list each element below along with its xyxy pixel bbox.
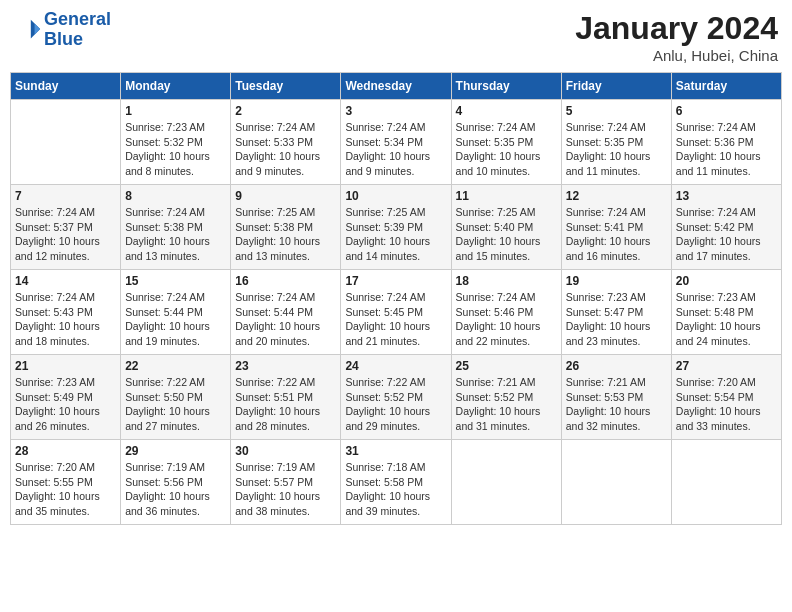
day-number: 21 bbox=[15, 359, 116, 373]
day-number: 30 bbox=[235, 444, 336, 458]
header-row: Sunday Monday Tuesday Wednesday Thursday… bbox=[11, 73, 782, 100]
day-daylight: Daylight: 10 hours and 24 minutes. bbox=[676, 319, 777, 348]
day-number: 9 bbox=[235, 189, 336, 203]
day-daylight: Daylight: 10 hours and 14 minutes. bbox=[345, 234, 446, 263]
calendar-day bbox=[671, 440, 781, 525]
calendar-day: 27 Sunrise: 7:20 AM Sunset: 5:54 PM Dayl… bbox=[671, 355, 781, 440]
day-daylight: Daylight: 10 hours and 12 minutes. bbox=[15, 234, 116, 263]
logo-icon bbox=[14, 16, 42, 44]
day-sunrise: Sunrise: 7:24 AM bbox=[456, 290, 557, 305]
day-number: 10 bbox=[345, 189, 446, 203]
day-daylight: Daylight: 10 hours and 26 minutes. bbox=[15, 404, 116, 433]
day-sunset: Sunset: 5:38 PM bbox=[235, 220, 336, 235]
day-daylight: Daylight: 10 hours and 18 minutes. bbox=[15, 319, 116, 348]
day-number: 11 bbox=[456, 189, 557, 203]
day-daylight: Daylight: 10 hours and 9 minutes. bbox=[235, 149, 336, 178]
day-number: 3 bbox=[345, 104, 446, 118]
day-sunrise: Sunrise: 7:24 AM bbox=[676, 205, 777, 220]
day-number: 15 bbox=[125, 274, 226, 288]
day-daylight: Daylight: 10 hours and 11 minutes. bbox=[566, 149, 667, 178]
day-sunrise: Sunrise: 7:24 AM bbox=[566, 120, 667, 135]
day-daylight: Daylight: 10 hours and 13 minutes. bbox=[235, 234, 336, 263]
day-sunset: Sunset: 5:38 PM bbox=[125, 220, 226, 235]
day-number: 14 bbox=[15, 274, 116, 288]
day-sunrise: Sunrise: 7:24 AM bbox=[676, 120, 777, 135]
calendar-day: 26 Sunrise: 7:21 AM Sunset: 5:53 PM Dayl… bbox=[561, 355, 671, 440]
day-sunrise: Sunrise: 7:24 AM bbox=[15, 290, 116, 305]
day-sunrise: Sunrise: 7:25 AM bbox=[456, 205, 557, 220]
calendar-day: 9 Sunrise: 7:25 AM Sunset: 5:38 PM Dayli… bbox=[231, 185, 341, 270]
col-thursday: Thursday bbox=[451, 73, 561, 100]
calendar-day: 25 Sunrise: 7:21 AM Sunset: 5:52 PM Dayl… bbox=[451, 355, 561, 440]
day-number: 6 bbox=[676, 104, 777, 118]
day-number: 12 bbox=[566, 189, 667, 203]
day-number: 31 bbox=[345, 444, 446, 458]
calendar-day: 20 Sunrise: 7:23 AM Sunset: 5:48 PM Dayl… bbox=[671, 270, 781, 355]
calendar-day: 28 Sunrise: 7:20 AM Sunset: 5:55 PM Dayl… bbox=[11, 440, 121, 525]
calendar-week-4: 21 Sunrise: 7:23 AM Sunset: 5:49 PM Dayl… bbox=[11, 355, 782, 440]
day-number: 22 bbox=[125, 359, 226, 373]
day-sunrise: Sunrise: 7:24 AM bbox=[125, 290, 226, 305]
day-sunrise: Sunrise: 7:22 AM bbox=[125, 375, 226, 390]
logo-blue: Blue bbox=[44, 29, 83, 49]
location: Anlu, Hubei, China bbox=[575, 47, 778, 64]
calendar-day: 1 Sunrise: 7:23 AM Sunset: 5:32 PM Dayli… bbox=[121, 100, 231, 185]
day-daylight: Daylight: 10 hours and 29 minutes. bbox=[345, 404, 446, 433]
calendar-day: 21 Sunrise: 7:23 AM Sunset: 5:49 PM Dayl… bbox=[11, 355, 121, 440]
col-sunday: Sunday bbox=[11, 73, 121, 100]
calendar-day: 13 Sunrise: 7:24 AM Sunset: 5:42 PM Dayl… bbox=[671, 185, 781, 270]
day-sunset: Sunset: 5:48 PM bbox=[676, 305, 777, 320]
page-header: General Blue January 2024 Anlu, Hubei, C… bbox=[10, 10, 782, 64]
day-sunrise: Sunrise: 7:23 AM bbox=[15, 375, 116, 390]
day-number: 29 bbox=[125, 444, 226, 458]
calendar-day bbox=[11, 100, 121, 185]
col-friday: Friday bbox=[561, 73, 671, 100]
day-sunset: Sunset: 5:40 PM bbox=[456, 220, 557, 235]
day-sunset: Sunset: 5:33 PM bbox=[235, 135, 336, 150]
day-sunrise: Sunrise: 7:21 AM bbox=[456, 375, 557, 390]
day-sunset: Sunset: 5:43 PM bbox=[15, 305, 116, 320]
day-number: 20 bbox=[676, 274, 777, 288]
col-wednesday: Wednesday bbox=[341, 73, 451, 100]
svg-marker-1 bbox=[35, 23, 41, 34]
day-number: 26 bbox=[566, 359, 667, 373]
calendar-week-3: 14 Sunrise: 7:24 AM Sunset: 5:43 PM Dayl… bbox=[11, 270, 782, 355]
day-sunrise: Sunrise: 7:24 AM bbox=[235, 120, 336, 135]
day-number: 17 bbox=[345, 274, 446, 288]
day-sunset: Sunset: 5:35 PM bbox=[566, 135, 667, 150]
calendar-day: 23 Sunrise: 7:22 AM Sunset: 5:51 PM Dayl… bbox=[231, 355, 341, 440]
day-sunset: Sunset: 5:58 PM bbox=[345, 475, 446, 490]
day-number: 4 bbox=[456, 104, 557, 118]
day-sunset: Sunset: 5:41 PM bbox=[566, 220, 667, 235]
day-sunset: Sunset: 5:34 PM bbox=[345, 135, 446, 150]
day-daylight: Daylight: 10 hours and 8 minutes. bbox=[125, 149, 226, 178]
day-daylight: Daylight: 10 hours and 32 minutes. bbox=[566, 404, 667, 433]
day-number: 13 bbox=[676, 189, 777, 203]
day-sunset: Sunset: 5:42 PM bbox=[676, 220, 777, 235]
calendar-week-5: 28 Sunrise: 7:20 AM Sunset: 5:55 PM Dayl… bbox=[11, 440, 782, 525]
day-number: 8 bbox=[125, 189, 226, 203]
day-number: 27 bbox=[676, 359, 777, 373]
day-daylight: Daylight: 10 hours and 11 minutes. bbox=[676, 149, 777, 178]
day-sunrise: Sunrise: 7:24 AM bbox=[566, 205, 667, 220]
day-sunset: Sunset: 5:36 PM bbox=[676, 135, 777, 150]
calendar-day: 15 Sunrise: 7:24 AM Sunset: 5:44 PM Dayl… bbox=[121, 270, 231, 355]
calendar-day: 5 Sunrise: 7:24 AM Sunset: 5:35 PM Dayli… bbox=[561, 100, 671, 185]
day-sunrise: Sunrise: 7:24 AM bbox=[15, 205, 116, 220]
day-number: 2 bbox=[235, 104, 336, 118]
calendar-day: 14 Sunrise: 7:24 AM Sunset: 5:43 PM Dayl… bbox=[11, 270, 121, 355]
day-sunrise: Sunrise: 7:23 AM bbox=[125, 120, 226, 135]
calendar-day: 18 Sunrise: 7:24 AM Sunset: 5:46 PM Dayl… bbox=[451, 270, 561, 355]
day-sunrise: Sunrise: 7:24 AM bbox=[456, 120, 557, 135]
calendar-day: 6 Sunrise: 7:24 AM Sunset: 5:36 PM Dayli… bbox=[671, 100, 781, 185]
col-monday: Monday bbox=[121, 73, 231, 100]
calendar-day: 7 Sunrise: 7:24 AM Sunset: 5:37 PM Dayli… bbox=[11, 185, 121, 270]
day-number: 1 bbox=[125, 104, 226, 118]
logo-general: General bbox=[44, 9, 111, 29]
day-sunrise: Sunrise: 7:19 AM bbox=[125, 460, 226, 475]
day-number: 5 bbox=[566, 104, 667, 118]
day-number: 23 bbox=[235, 359, 336, 373]
month-title: January 2024 bbox=[575, 10, 778, 47]
title-block: January 2024 Anlu, Hubei, China bbox=[575, 10, 778, 64]
calendar-day: 16 Sunrise: 7:24 AM Sunset: 5:44 PM Dayl… bbox=[231, 270, 341, 355]
